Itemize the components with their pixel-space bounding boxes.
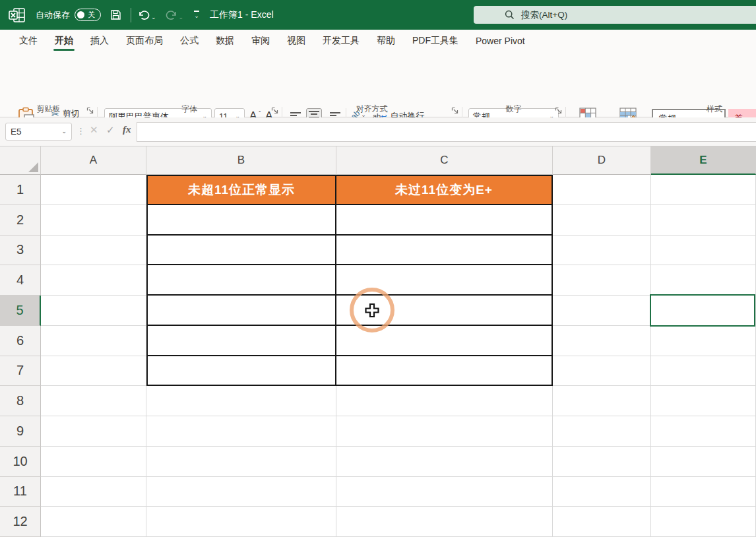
- menu-tab-插入[interactable]: 插入: [82, 30, 117, 51]
- cell-D2[interactable]: [553, 205, 651, 236]
- cell-D9[interactable]: [553, 416, 651, 447]
- menu-tab-帮助[interactable]: 帮助: [368, 30, 404, 51]
- menu-tab-开发工具[interactable]: 开发工具: [314, 30, 368, 51]
- column-header-C[interactable]: C: [336, 146, 553, 175]
- cell-B8[interactable]: [146, 386, 336, 416]
- cell-A10[interactable]: [41, 447, 146, 477]
- cell-E4[interactable]: [651, 265, 756, 296]
- cell-C11[interactable]: [336, 477, 553, 507]
- cell-D3[interactable]: [553, 236, 651, 266]
- row-header-7[interactable]: 7: [0, 356, 41, 387]
- cell-D7[interactable]: [553, 356, 651, 387]
- cell-E1[interactable]: [651, 175, 756, 205]
- cell-A5[interactable]: [41, 296, 146, 326]
- cell-A4[interactable]: [41, 265, 146, 296]
- cell-D6[interactable]: [553, 326, 651, 356]
- cell-B4[interactable]: [146, 265, 336, 296]
- font-dialog-launcher[interactable]: [271, 107, 278, 114]
- cell-A11[interactable]: [41, 477, 146, 507]
- cell-B3[interactable]: [146, 236, 336, 266]
- cell-D10[interactable]: [553, 447, 651, 477]
- row-header-10[interactable]: 10: [0, 447, 41, 477]
- menu-tab-审阅[interactable]: 审阅: [243, 30, 278, 51]
- row-header-9[interactable]: 9: [0, 416, 41, 447]
- clipboard-dialog-launcher[interactable]: [86, 107, 94, 114]
- cell-B7[interactable]: [146, 356, 336, 387]
- cell-A6[interactable]: [41, 326, 146, 356]
- row-header-6[interactable]: 6: [0, 326, 41, 356]
- menu-tab-数据[interactable]: 数据: [207, 30, 243, 51]
- cell-A7[interactable]: [41, 356, 146, 387]
- cell-C6[interactable]: [336, 326, 553, 356]
- cell-C12[interactable]: [336, 507, 553, 537]
- column-header-E[interactable]: E: [651, 146, 756, 175]
- cell-C8[interactable]: [336, 386, 553, 416]
- cell-A8[interactable]: [41, 386, 146, 416]
- cell-D12[interactable]: [553, 507, 651, 537]
- menu-tab-视图[interactable]: 视图: [278, 30, 314, 51]
- row-header-8[interactable]: 8: [0, 386, 41, 416]
- redo-dropdown-icon[interactable]: ⌄: [179, 15, 184, 20]
- insert-function-button[interactable]: fx: [123, 124, 131, 135]
- cell-E7[interactable]: [651, 356, 756, 387]
- cell-C7[interactable]: [336, 356, 553, 387]
- cell-C10[interactable]: [336, 447, 553, 477]
- cell-A3[interactable]: [41, 236, 146, 266]
- cell-E2[interactable]: [651, 205, 756, 236]
- cell-C3[interactable]: [336, 236, 553, 266]
- menu-tab-公式[interactable]: 公式: [172, 30, 207, 51]
- row-header-2[interactable]: 2: [0, 205, 41, 236]
- cell-D5[interactable]: [553, 296, 651, 326]
- cell-B9[interactable]: [146, 416, 336, 447]
- cell-B10[interactable]: [146, 447, 336, 477]
- menu-tab-PDF工具集[interactable]: PDF工具集: [404, 30, 467, 51]
- undo-button[interactable]: ⌄: [138, 10, 156, 20]
- menu-tab-Power Pivot[interactable]: Power Pivot: [467, 30, 534, 51]
- cell-B6[interactable]: [146, 326, 336, 356]
- cell-B1[interactable]: 未超11位正常显示: [146, 175, 336, 205]
- enter-button[interactable]: ✓: [106, 124, 115, 136]
- row-header-3[interactable]: 3: [0, 236, 41, 266]
- cell-B12[interactable]: [146, 507, 336, 537]
- search-box[interactable]: 搜索(Alt+Q): [474, 6, 756, 24]
- cell-C5[interactable]: [336, 296, 553, 326]
- cell-D8[interactable]: [553, 386, 651, 416]
- redo-button[interactable]: ⌄: [166, 10, 184, 20]
- column-header-D[interactable]: D: [553, 146, 651, 175]
- cancel-button[interactable]: ✕: [90, 124, 98, 136]
- cell-E9[interactable]: [651, 416, 756, 447]
- undo-dropdown-icon[interactable]: ⌄: [151, 15, 156, 20]
- cell-E11[interactable]: [651, 477, 756, 507]
- cell-A12[interactable]: [41, 507, 146, 537]
- select-all-corner[interactable]: [0, 146, 41, 175]
- menu-tab-文件[interactable]: 文件: [11, 30, 46, 51]
- formula-input[interactable]: [137, 122, 756, 142]
- menu-tab-开始[interactable]: 开始: [46, 30, 82, 51]
- row-header-1[interactable]: 1: [0, 175, 41, 205]
- cell-B2[interactable]: [146, 205, 336, 236]
- cell-B5[interactable]: [146, 296, 336, 326]
- cell-A9[interactable]: [41, 416, 146, 447]
- alignment-dialog-launcher[interactable]: [451, 107, 458, 114]
- cell-C4[interactable]: [336, 265, 553, 296]
- column-header-A[interactable]: A: [41, 146, 146, 175]
- cell-D11[interactable]: [553, 477, 651, 507]
- number-dialog-launcher[interactable]: [555, 107, 562, 114]
- row-header-12[interactable]: 12: [0, 507, 41, 537]
- menu-tab-页面布局[interactable]: 页面布局: [117, 30, 172, 51]
- cell-E8[interactable]: [651, 386, 756, 416]
- autosave-toggle[interactable]: 关: [75, 9, 101, 21]
- cell-C9[interactable]: [336, 416, 553, 447]
- cell-E5[interactable]: [651, 296, 756, 326]
- cell-C2[interactable]: [336, 205, 553, 236]
- cell-A2[interactable]: [41, 205, 146, 236]
- cell-E3[interactable]: [651, 236, 756, 266]
- row-header-4[interactable]: 4: [0, 265, 41, 296]
- row-header-5[interactable]: 5: [0, 296, 41, 326]
- cell-C1[interactable]: 未过11位变为E+: [336, 175, 553, 205]
- column-header-B[interactable]: B: [146, 146, 336, 175]
- quick-access-toolbar-menu[interactable]: ⌄: [194, 11, 199, 19]
- cell-D4[interactable]: [553, 265, 651, 296]
- cell-B11[interactable]: [146, 477, 336, 507]
- name-box[interactable]: E5 ⌄: [5, 123, 72, 141]
